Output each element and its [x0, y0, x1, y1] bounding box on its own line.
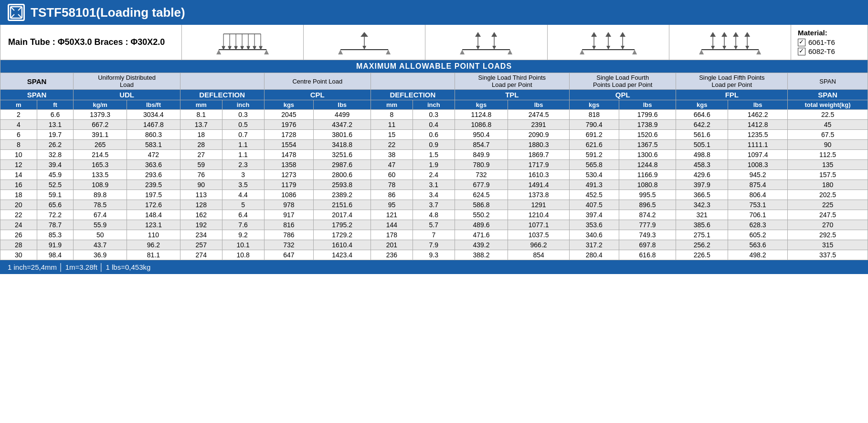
th-udl-label: Uniformly DistributedLoad — [74, 73, 180, 90]
material-6082-label: 6082-T6 — [808, 47, 835, 55]
table-row: 2685.3501102349.27861729.21787471.61037.… — [0, 230, 868, 240]
diagram-udl — [182, 25, 304, 60]
th-defl2-blue: DEFLECTION — [371, 90, 455, 100]
th-lbsft: lbs/ft — [127, 100, 180, 110]
svg-marker-9 — [222, 46, 225, 50]
th-defl1-blue: DEFLECTION — [180, 90, 264, 100]
svg-marker-63 — [745, 46, 749, 50]
th-span2-label: SPAN — [788, 73, 868, 90]
table-row: 1032.8214.5472271.114783251.6381.5849.91… — [0, 150, 868, 160]
svg-marker-43 — [591, 32, 597, 37]
max-allowable-header: MAXIMUM ALLOWABLE POINT LOADS — [0, 60, 868, 73]
svg-marker-27 — [362, 46, 366, 50]
checkbox-6061 — [798, 39, 805, 46]
svg-marker-31 — [508, 50, 513, 54]
svg-marker-34 — [476, 32, 481, 37]
svg-marker-25 — [386, 50, 391, 54]
svg-marker-58 — [721, 32, 727, 37]
checkbox-6082 — [798, 48, 805, 55]
table-row: 826.2265583.1281.115543418.8220.9854.718… — [0, 140, 868, 150]
table-row: 1445.9133.5293.676312732800.6602.4732161… — [0, 170, 868, 180]
th-fpl-blue: FPL — [676, 90, 788, 100]
svg-marker-49 — [620, 32, 625, 37]
material-box: Material: 6061-T6 6082-T6 — [791, 25, 868, 60]
th-tpl-blue: TPL — [455, 90, 569, 100]
th-inch1: inch — [222, 100, 264, 110]
table-row: 2272.267.4148.41626.49172017.41214.8550.… — [0, 210, 868, 220]
th-qpl-blue: QPL — [569, 90, 676, 100]
th-tpl-label: Single Load Third PointsLoad per Point — [455, 73, 569, 90]
material-item-1: 6061-T6 — [798, 38, 861, 46]
svg-marker-45 — [606, 46, 610, 50]
svg-marker-42 — [592, 46, 596, 50]
table-row: 2478.755.9123.11927.68161795.21445.7489.… — [0, 220, 868, 230]
table-row: 2065.678.5172.612859782151.6953.7586.812… — [0, 200, 868, 210]
svg-marker-28 — [360, 32, 368, 37]
main-table: SPAN Uniformly DistributedLoad Centre Po… — [0, 73, 868, 260]
svg-marker-64 — [744, 32, 750, 37]
title-icon — [8, 4, 25, 21]
th-ft: ft — [37, 100, 74, 110]
diagram-fpl — [669, 25, 791, 60]
title-bar: TSTF58101(Loading table) — [0, 0, 868, 25]
svg-marker-36 — [493, 46, 497, 50]
svg-marker-30 — [460, 50, 465, 54]
svg-marker-55 — [710, 32, 716, 37]
svg-marker-48 — [621, 46, 625, 50]
th-kgs-tpl: kgs — [455, 100, 508, 110]
tube-info: Main Tube : Φ50X3.0 Braces : Φ30X2.0 — [0, 25, 182, 60]
material-6061-label: 6061-T6 — [808, 38, 835, 46]
svg-marker-6 — [216, 50, 221, 54]
svg-marker-11 — [228, 46, 231, 50]
svg-marker-61 — [733, 32, 739, 37]
footer-text: 1 inch=25,4mm │ 1m=3.28ft │ 1 lbs=0,453k… — [8, 263, 150, 271]
svg-marker-37 — [492, 32, 498, 37]
th-deflection1-label — [180, 73, 264, 90]
table-row: 413.1667.21467.813.70.519764347.2110.410… — [0, 120, 868, 130]
table-row: 1859.189.8197.51134.410862389.2863.4624.… — [0, 190, 868, 200]
svg-marker-39 — [580, 50, 584, 54]
page-title: TSTF58101(Loading table) — [31, 5, 185, 20]
svg-marker-17 — [247, 46, 250, 50]
th-cpl-blue: CPL — [264, 90, 371, 100]
th-kgs-qpl: kgs — [569, 100, 619, 110]
th-lbs-cpl: lbs — [314, 100, 371, 110]
th-weight: total weight(kg) — [788, 100, 868, 110]
material-item-2: 6082-T6 — [798, 47, 861, 55]
table-row: 1652.5108.9239.5903.511792593.8783.1677.… — [0, 180, 868, 190]
th-lbs-fpl: lbs — [728, 100, 787, 110]
info-row: Main Tube : Φ50X3.0 Braces : Φ30X2.0 — [0, 25, 868, 60]
diagram-cpl — [304, 25, 425, 60]
table-row: 2891.943.796.225710.17321610.42017.9439.… — [0, 240, 868, 250]
footer-bar: 1 inch=25,4mm │ 1m=3.28ft │ 1 lbs=0,453k… — [0, 260, 868, 274]
svg-marker-54 — [711, 46, 715, 50]
table-row: 1239.4165.3363.6592.313582987.6471.9780.… — [0, 160, 868, 170]
th-span-blue: SPAN — [0, 90, 74, 100]
th-m: m — [0, 100, 37, 110]
th-qpl-label: Single Load FourthPoints Load per Point — [569, 73, 676, 90]
page-container: TSTF58101(Loading table) Main Tube : Φ50… — [0, 0, 868, 274]
th-lbs-qpl: lbs — [619, 100, 676, 110]
svg-marker-46 — [605, 32, 611, 37]
th-span2-blue: SPAN — [788, 90, 868, 100]
svg-marker-33 — [476, 46, 480, 50]
svg-marker-7 — [264, 50, 269, 54]
th-kgs-fpl: kgs — [676, 100, 728, 110]
svg-marker-51 — [699, 50, 704, 54]
th-span: SPAN — [0, 73, 74, 90]
th-udl-blue: UDL — [74, 90, 180, 100]
diagrams-area — [182, 25, 791, 60]
diagram-qpl — [548, 25, 669, 60]
th-mm1: mm — [180, 100, 222, 110]
th-mm2: mm — [371, 100, 413, 110]
th-fpl-label: Single Load Fifth PointsLoad per Point — [676, 73, 788, 90]
svg-marker-57 — [722, 46, 726, 50]
svg-marker-60 — [734, 46, 738, 50]
th-kgm: kg/m — [74, 100, 127, 110]
th-cpl-label: Centre Point Load — [264, 73, 371, 90]
svg-marker-19 — [253, 46, 256, 50]
svg-marker-40 — [632, 50, 637, 54]
th-lbs-tpl: lbs — [508, 100, 570, 110]
svg-marker-52 — [756, 50, 761, 54]
th-deflection2-label — [371, 73, 455, 90]
